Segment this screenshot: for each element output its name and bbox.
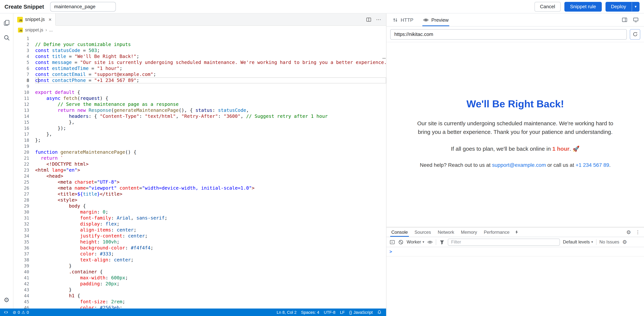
cancel-button[interactable]: Cancel	[534, 2, 561, 12]
cursor-position[interactable]: Ln 8, Col 2	[274, 310, 299, 314]
code-line[interactable]: 20function generateMaintenancePage() {	[14, 149, 386, 155]
code-line[interactable]: 21 return `	[14, 155, 386, 161]
device-preview-icon[interactable]	[633, 17, 639, 23]
execution-context-selector[interactable]: Worker ▾	[407, 239, 424, 245]
code-line[interactable]: 4const title = "We'll Be Right Back!";	[14, 54, 386, 60]
code-line[interactable]: 29 body {	[14, 203, 386, 209]
code-line[interactable]: 15 },	[14, 119, 386, 125]
code-line[interactable]: 6const estimatedTime = "1 hour";	[14, 66, 386, 71]
code-line[interactable]: 42 padding: 20px;	[14, 281, 386, 287]
code-line[interactable]: 32 display: flex;	[14, 221, 386, 227]
code-line[interactable]: 9	[14, 83, 386, 89]
code-line[interactable]: 43 }	[14, 287, 386, 293]
code-line[interactable]: 25 <meta charset="UTF-8">	[14, 179, 386, 185]
settings-gear-icon[interactable]: ⚙	[4, 297, 10, 303]
code-line[interactable]: 11 async fetch(request) {	[14, 95, 386, 101]
code-line[interactable]: 33 align-items: center;	[14, 227, 386, 233]
console-output[interactable]: >	[386, 247, 644, 316]
code-line[interactable]: 23<html lang="en">	[14, 167, 386, 173]
deploy-button[interactable]: Deploy	[605, 2, 632, 12]
code-line[interactable]: 3const statusCode = 503;	[14, 48, 386, 54]
devtools-menu-kebab-icon[interactable]: ⋮	[636, 229, 640, 235]
code-line[interactable]: 27 <title>${title}</title>	[14, 191, 386, 197]
deploy-dropdown-button[interactable]: ▾	[632, 2, 640, 12]
lightning-icon[interactable]	[513, 227, 521, 237]
issues-counter[interactable]: No Issues	[599, 239, 619, 245]
code-line[interactable]: 34 justify-content: center;	[14, 233, 386, 239]
console-sidebar-toggle-icon[interactable]	[390, 239, 395, 245]
code-line[interactable]: 46 color: #2563eb;	[14, 305, 386, 308]
language-mode[interactable]: {} JavaScript	[347, 310, 375, 314]
code-line[interactable]: 8const contactPhone = "+1 234 567 89";	[14, 77, 386, 83]
tab-http[interactable]: HTTP	[392, 14, 414, 26]
code-line[interactable]: 39 }	[14, 263, 386, 269]
code-line[interactable]: 1	[14, 36, 386, 42]
code-line[interactable]: 24 <head>	[14, 173, 386, 179]
eol-setting[interactable]: LF	[338, 310, 347, 314]
encoding-setting[interactable]: UTF-8	[322, 310, 338, 314]
code-line[interactable]: 30 margin: 0;	[14, 209, 386, 215]
snippet-name-input[interactable]	[50, 2, 116, 12]
devtools-tab-console[interactable]: Console	[388, 227, 411, 237]
breadcrumb[interactable]: JS snippet.js › ...	[14, 26, 386, 34]
code-line[interactable]: 10export default {	[14, 89, 386, 95]
refresh-button[interactable]	[630, 29, 640, 40]
code-line[interactable]: 45 font-size: 2rem;	[14, 299, 386, 305]
code-line[interactable]: 19	[14, 143, 386, 149]
code-line[interactable]: 16 });	[14, 125, 386, 131]
code-line[interactable]: 2// Define your customizable inputs	[14, 42, 386, 48]
code-line[interactable]: 40 .container {	[14, 269, 386, 275]
code-line[interactable]: 37 color: #333;	[14, 251, 386, 257]
line-number: 35	[14, 239, 35, 245]
editor-pane: ⚙ JS snippet.js × ⋯	[0, 14, 386, 316]
tab-preview[interactable]: Preview	[423, 14, 449, 26]
console-filter-input[interactable]	[448, 238, 560, 245]
files-icon[interactable]	[3, 20, 10, 26]
code-line[interactable]: 28 <style>	[14, 197, 386, 203]
notifications-bell-icon[interactable]	[375, 310, 384, 314]
code-line[interactable]: 14 headers: { "Content-Type": "text/html…	[14, 113, 386, 119]
console-prompt-row[interactable]: >	[386, 247, 644, 256]
phone-link[interactable]: +1 234 567 89	[576, 162, 609, 168]
code-line[interactable]: 35 height: 100vh;	[14, 239, 386, 245]
split-editor-icon[interactable]	[366, 17, 372, 22]
code-line[interactable]: 31 font-family: Arial, sans-serif;	[14, 215, 386, 221]
maintenance-heading: We'll Be Right Back!	[386, 98, 644, 110]
devtools-tab-sources[interactable]: Sources	[411, 227, 434, 237]
editor-tab-snippet-js[interactable]: JS snippet.js ×	[14, 14, 56, 26]
code-line[interactable]: 38 text-align: center;	[14, 257, 386, 263]
code-editor[interactable]: 12// Define your customizable inputs3con…	[14, 34, 386, 308]
devtools-settings-gear-icon[interactable]: ⚙	[626, 229, 631, 235]
url-input[interactable]	[390, 29, 627, 40]
devtools-tab-performance[interactable]: Performance	[480, 227, 513, 237]
live-expression-eye-icon[interactable]	[427, 239, 433, 245]
code-line[interactable]: 17 },	[14, 131, 386, 137]
clear-console-icon[interactable]	[398, 239, 404, 245]
snippet-rule-button[interactable]: Snippet rule	[564, 2, 602, 12]
problems-indicator[interactable]: ⊘ 0 ⚠ 0	[10, 310, 31, 314]
console-toolbar: Worker ▾ Default levels ▾	[386, 237, 644, 247]
code-line[interactable]: 13 return new Response(generateMaintenan…	[14, 107, 386, 113]
text-cursor	[38, 78, 38, 83]
code-line[interactable]: 36 background-color: #f4f4f4;	[14, 245, 386, 251]
code-line[interactable]: 41 max-width: 600px;	[14, 275, 386, 281]
more-actions-icon[interactable]: ⋯	[376, 17, 382, 23]
code-line[interactable]: 26 <meta name="viewport" content="width=…	[14, 185, 386, 191]
devtools-tab-memory[interactable]: Memory	[458, 227, 480, 237]
code-line[interactable]: 5const message = "Our site is currently …	[14, 60, 386, 66]
code-line[interactable]: 44 h1 {	[14, 293, 386, 299]
code-line[interactable]: 22 <!DOCTYPE html>	[14, 161, 386, 167]
support-email-link[interactable]: support@example.com	[492, 162, 546, 168]
remote-icon[interactable]	[2, 310, 10, 314]
code-line[interactable]: 18};	[14, 137, 386, 143]
log-levels-selector[interactable]: Default levels ▾	[563, 239, 593, 245]
code-line[interactable]: 12 // Serve the maintenance page as a re…	[14, 101, 386, 107]
layout-sidebar-icon[interactable]	[622, 17, 628, 23]
console-settings-gear-icon[interactable]: ⚙	[622, 239, 627, 245]
indentation-setting[interactable]: Spaces: 4	[299, 310, 322, 314]
search-icon[interactable]	[3, 35, 10, 41]
line-number: 6	[14, 66, 35, 71]
code-line[interactable]: 7const contactEmail = "support@example.c…	[14, 71, 386, 77]
devtools-tab-network[interactable]: Network	[434, 227, 458, 237]
close-icon[interactable]: ×	[48, 17, 52, 23]
